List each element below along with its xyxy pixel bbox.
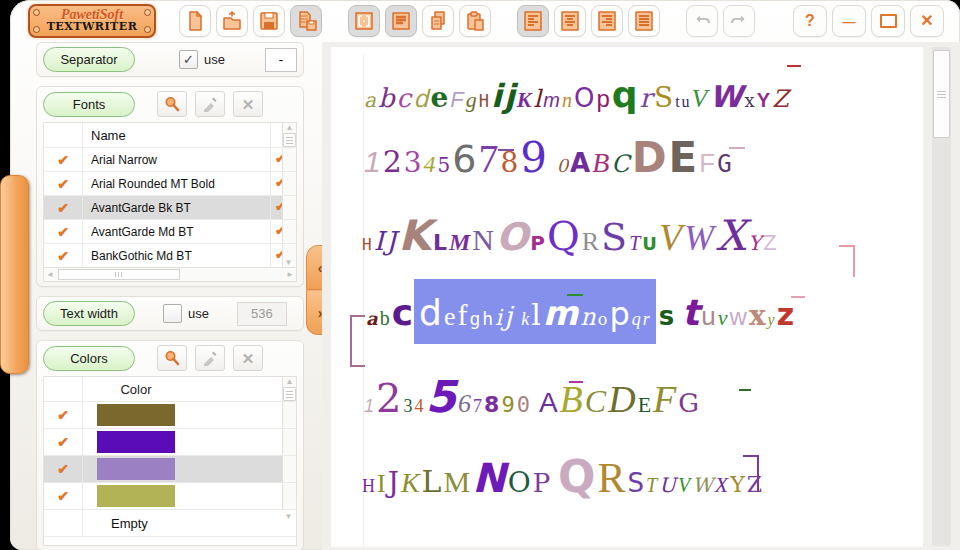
colors-vscroll-track[interactable] [282, 402, 296, 428]
fonts-vscroll-track[interactable] [282, 220, 296, 243]
color-check-cell[interactable]: ✔ [44, 456, 83, 482]
canvas-scrollbar-thumb[interactable] [933, 50, 950, 138]
font-check-cell[interactable]: ✔ [44, 148, 83, 171]
font-row[interactable]: ✔AvantGarde Md BT✔ [44, 219, 296, 243]
ransom-letter: j [503, 80, 516, 112]
text-selection[interactable]: defghij klmnopqr [414, 279, 658, 344]
open-file-button[interactable] [216, 5, 248, 37]
fonts-vscroll-track[interactable] [282, 172, 296, 195]
ransom-letter: J [385, 228, 397, 254]
fonts-search-button[interactable] [157, 91, 187, 117]
ransom-letter: p [595, 87, 610, 111]
separator-use-checkbox[interactable]: ✓ [179, 50, 198, 69]
ransom-letter: c [396, 85, 413, 111]
color-empty-row[interactable]: Empty [44, 509, 296, 536]
color-row[interactable]: ✔ [44, 428, 296, 455]
align-right-button[interactable] [591, 5, 623, 37]
fonts-hscroll[interactable]: ◄ ► [44, 267, 296, 281]
colors-search-button[interactable] [157, 345, 187, 371]
color-swatch [97, 458, 175, 480]
canvas-scrollbar[interactable] [932, 47, 951, 546]
minimize-button[interactable]: — [832, 5, 866, 37]
colors-vscroll[interactable]: ▲ [282, 377, 296, 401]
text-width-button[interactable]: Text width [43, 301, 135, 326]
separator-button[interactable]: Separator [43, 47, 135, 72]
colors-vscroll-track[interactable] [282, 429, 296, 455]
ransom-letter: L [432, 232, 448, 254]
ransom-letter: g [468, 310, 481, 328]
colors-vscroll-thumb[interactable] [283, 387, 296, 401]
color-row[interactable]: ✔ [44, 482, 296, 509]
ransom-letter: W [683, 220, 715, 256]
ransom-letter: e [429, 84, 449, 112]
fonts-hscroll-thumb[interactable] [58, 269, 180, 280]
scroll-down-icon[interactable]: ▼ [282, 512, 295, 521]
align-justify-button[interactable] [628, 5, 660, 37]
scroll-left-icon[interactable]: ◄ [46, 270, 54, 279]
align-left-button[interactable] [517, 5, 549, 37]
ransom-letter [548, 155, 556, 175]
colors-list-header[interactable]: Color ▲ [44, 377, 296, 401]
color-check-cell[interactable]: ✔ [44, 402, 83, 428]
font-check-cell[interactable]: ✔ [44, 172, 83, 195]
font-check-cell[interactable]: ✔ [44, 196, 83, 219]
font-check-cell[interactable]: ✔ [44, 244, 83, 267]
line-layout-button[interactable] [385, 5, 417, 37]
text-line-1: abcdeFgHijKlmnOpqrStuVWxYZ [363, 77, 790, 113]
ransom-letter: P [529, 233, 546, 253]
select-markers-button[interactable] [348, 5, 380, 37]
colors-button[interactable]: Colors [43, 346, 135, 371]
ransom-letter: m [542, 296, 579, 330]
scroll-up-icon[interactable]: ▲ [286, 123, 294, 132]
select-markers-icon [352, 9, 376, 33]
delete-x-icon: ✕ [242, 97, 255, 112]
color-row[interactable]: ✔ [44, 455, 296, 482]
fonts-vscroll[interactable]: ▲ [282, 123, 296, 147]
ransom-letter: H [361, 237, 373, 253]
scroll-down-icon[interactable]: ▼ [282, 258, 295, 267]
paste-button[interactable] [459, 5, 491, 37]
color-check-cell[interactable]: ✔ [44, 429, 83, 455]
help-button[interactable]: ? [793, 5, 827, 37]
ransom-letter: u [700, 303, 716, 329]
fonts-vscroll-track[interactable] [282, 148, 296, 171]
ransom-letter: Q [546, 216, 581, 256]
new-document-button[interactable] [179, 5, 211, 37]
font-name: AvantGarde Md BT [83, 225, 270, 239]
close-button[interactable]: ✕ [910, 5, 944, 37]
scroll-up-icon[interactable]: ▲ [286, 377, 294, 386]
ransom-letter: O [573, 85, 595, 111]
text-width-use-checkbox[interactable]: ✓ [163, 304, 182, 323]
separator-value-input[interactable] [265, 48, 297, 72]
colors-vscroll-track[interactable] [282, 456, 296, 482]
ransom-letter: C [584, 385, 607, 417]
color-check-cell[interactable]: ✔ [44, 483, 83, 509]
fonts-vscroll-thumb[interactable] [283, 133, 296, 147]
next-column-sliver: ✔ [270, 172, 282, 195]
save-file-button[interactable] [253, 5, 285, 37]
fonts-list-header[interactable]: Name ▲ [44, 123, 296, 147]
ransom-letter: J [387, 469, 400, 497]
ransom-letter: p [608, 298, 630, 330]
fonts-vscroll-track[interactable] [282, 196, 296, 219]
maximize-button[interactable] [871, 5, 905, 37]
color-check-cell[interactable] [44, 510, 83, 536]
font-row[interactable]: ✔AvantGarde Bk BT✔ [44, 195, 296, 219]
font-check-cell[interactable]: ✔ [44, 220, 83, 243]
colors-vscroll-track[interactable] [282, 483, 296, 509]
fonts-pick-button [195, 91, 225, 117]
save-all-button[interactable] [290, 5, 322, 37]
checkmark-icon: ✔ [57, 461, 69, 477]
align-center-button[interactable] [554, 5, 586, 37]
document-page[interactable]: abcdeFgHijKlmnOpqrStuVWxYZ123456789 0ABC… [330, 46, 924, 548]
fonts-button[interactable]: Fonts [43, 92, 135, 117]
ransom-letter: l [533, 87, 543, 111]
slideout-tab-handle[interactable] [0, 175, 29, 374]
font-row[interactable]: ✔Arial Narrow✔ [44, 147, 296, 171]
font-row[interactable]: ✔Arial Rounded MT Bold✔ [44, 171, 296, 195]
color-row[interactable]: ✔ [44, 401, 296, 428]
ransom-letter: x [748, 302, 767, 330]
scroll-right-icon[interactable]: ► [286, 270, 294, 279]
font-row[interactable]: ✔BankGothic Md BT✔ [44, 243, 296, 267]
copy-button[interactable] [422, 5, 454, 37]
